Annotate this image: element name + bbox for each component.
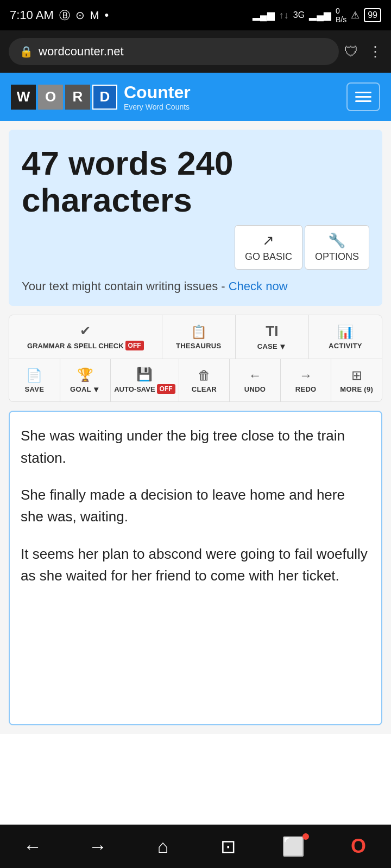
home-icon: ⌂	[157, 836, 169, 857]
checkmark-icon: ✔	[80, 323, 91, 339]
undo-label: UNDO	[244, 385, 266, 393]
more-icon: ⊞	[351, 368, 362, 383]
redo-icon: →	[299, 368, 312, 383]
grammar-label: GRAMMAR & SPELL CHECK OFF	[27, 341, 143, 350]
stats-buttons: ↗ GO BASIC 🔧 OPTIONS	[22, 225, 369, 270]
case-button[interactable]: TI CASE ▼	[236, 315, 309, 359]
redo-button[interactable]: → REDO	[281, 359, 332, 401]
bookmark-icon: ⊡	[220, 835, 236, 857]
tabs-button[interactable]: ⬜	[277, 830, 310, 863]
shield-icon[interactable]: 🛡	[344, 43, 358, 60]
more-button[interactable]: ⊞ MORE (9)	[331, 359, 382, 401]
url-text: wordcounter.net	[39, 44, 124, 59]
text-content: She was waiting under the big tree close…	[21, 425, 370, 586]
stats-card: 47 words 240characters ↗ GO BASIC 🔧 OPTI…	[9, 130, 382, 306]
go-basic-icon: ↗	[262, 232, 274, 249]
bottom-navigation: ← → ⌂ ⊡ ⬜ O	[0, 825, 391, 868]
data-speed: 0B/s	[336, 7, 346, 24]
thesaurus-icon: 📋	[191, 324, 207, 340]
save-icon: 📄	[26, 368, 42, 383]
case-icon: TI	[266, 323, 278, 340]
activity-button[interactable]: 📊 ACTIVITY	[309, 315, 382, 359]
activity-label: ACTIVITY	[329, 342, 362, 350]
toolbar-row1: ✔ GRAMMAR & SPELL CHECK OFF 📋 THESAURUS …	[9, 315, 382, 359]
toolbar: ✔ GRAMMAR & SPELL CHECK OFF 📋 THESAURUS …	[9, 315, 382, 402]
goal-icon: 🏆	[77, 367, 93, 382]
forward-icon: →	[89, 836, 107, 857]
b-icon: Ⓑ	[59, 8, 70, 23]
opera-icon: O	[351, 835, 366, 858]
signal-icon: ▂▄▆	[253, 9, 275, 21]
paragraph-1: She was waiting under the big tree close…	[21, 425, 370, 469]
back-button[interactable]: ←	[16, 830, 49, 863]
logo-w: W	[11, 85, 36, 110]
time-display: 7:10 AM	[10, 8, 54, 22]
redo-label: REDO	[295, 385, 317, 393]
paragraph-3: It seems her plan to abscond were going …	[21, 543, 370, 587]
site-logo: W O R D Counter Every Word Counts	[11, 82, 191, 111]
word-char-count: 47 words 240characters	[22, 145, 369, 219]
check-now-link[interactable]: Check now	[229, 279, 288, 293]
browser-bar: 🔒 wordcounter.net 🛡 ⋮	[0, 30, 391, 73]
paragraph-2: She finally made a decision to leave hom…	[21, 484, 370, 528]
back-icon: ←	[23, 836, 42, 857]
bookmark-button[interactable]: ⊡	[212, 830, 244, 863]
grammar-spell-check-button[interactable]: ✔ GRAMMAR & SPELL CHECK OFF	[9, 315, 162, 359]
text-editor-area[interactable]: She was waiting under the big tree close…	[9, 411, 382, 725]
lock-icon: 🔒	[20, 45, 33, 58]
status-left: 7:10 AM Ⓑ ⊙ M •	[10, 8, 109, 23]
menu-dots-icon[interactable]: ⋮	[368, 43, 382, 60]
autosave-icon: 💾	[136, 367, 153, 382]
main-content: 47 words 240characters ↗ GO BASIC 🔧 OPTI…	[0, 121, 391, 734]
tabs-icon: ⬜	[282, 835, 305, 857]
signal-icon2: ↑↓	[279, 10, 289, 21]
go-basic-button[interactable]: ↗ GO BASIC	[235, 225, 302, 270]
forward-button[interactable]: →	[81, 830, 114, 863]
clear-button[interactable]: 🗑 CLEAR	[179, 359, 230, 401]
thesaurus-label: THESAURUS	[176, 342, 222, 350]
logo-d: D	[92, 85, 117, 110]
writing-issues-text: Your text might contain writing issues -…	[22, 277, 369, 295]
more-label: MORE (9)	[340, 385, 373, 393]
alert-icon: ⚠	[351, 9, 360, 21]
opera-button[interactable]: O	[342, 830, 375, 863]
signal-icon3: ▂▄▆	[309, 9, 331, 21]
site-header: W O R D Counter Every Word Counts	[0, 73, 391, 121]
autosave-label: AUTO-SAVE OFF	[114, 384, 175, 394]
case-label: CASE ▼	[257, 342, 287, 351]
home-button[interactable]: ⌂	[147, 830, 179, 863]
toolbar-row2: 📄 SAVE 🏆 GOAL ▼ 💾 AUTO-SAVE OFF 🗑 CLEA	[9, 359, 382, 401]
autosave-button[interactable]: 💾 AUTO-SAVE OFF	[111, 359, 179, 401]
browser-icons: 🛡 ⋮	[344, 43, 382, 60]
save-label: SAVE	[24, 385, 44, 393]
options-icon: 🔧	[328, 232, 345, 249]
clear-icon: 🗑	[198, 368, 211, 383]
clear-label: CLEAR	[192, 385, 217, 393]
whatsapp-icon: ⊙	[75, 9, 85, 22]
battery-indicator: 99	[364, 8, 381, 22]
save-button[interactable]: 📄 SAVE	[9, 359, 60, 401]
status-right: ▂▄▆ ↑↓ 3G ▂▄▆ 0B/s ⚠ 99	[253, 7, 381, 24]
goal-label: GOAL ▼	[70, 385, 100, 394]
options-button[interactable]: 🔧 OPTIONS	[305, 225, 369, 270]
url-bar[interactable]: 🔒 wordcounter.net	[9, 38, 339, 65]
logo-text: Counter Every Word Counts	[124, 82, 191, 111]
undo-button[interactable]: ← UNDO	[230, 359, 281, 401]
logo-o: O	[38, 85, 63, 110]
status-bar: 7:10 AM Ⓑ ⊙ M • ▂▄▆ ↑↓ 3G ▂▄▆ 0B/s ⚠ 99	[0, 0, 391, 30]
activity-icon: 📊	[337, 324, 354, 340]
network-type: 3G	[293, 10, 305, 20]
thesaurus-button[interactable]: 📋 THESAURUS	[162, 315, 236, 359]
dot-indicator: •	[104, 8, 109, 22]
goal-button[interactable]: 🏆 GOAL ▼	[60, 359, 111, 401]
gmail-icon: M	[90, 9, 99, 22]
undo-icon: ←	[248, 368, 261, 383]
hamburger-menu[interactable]	[346, 82, 380, 111]
logo-r: R	[65, 85, 90, 110]
